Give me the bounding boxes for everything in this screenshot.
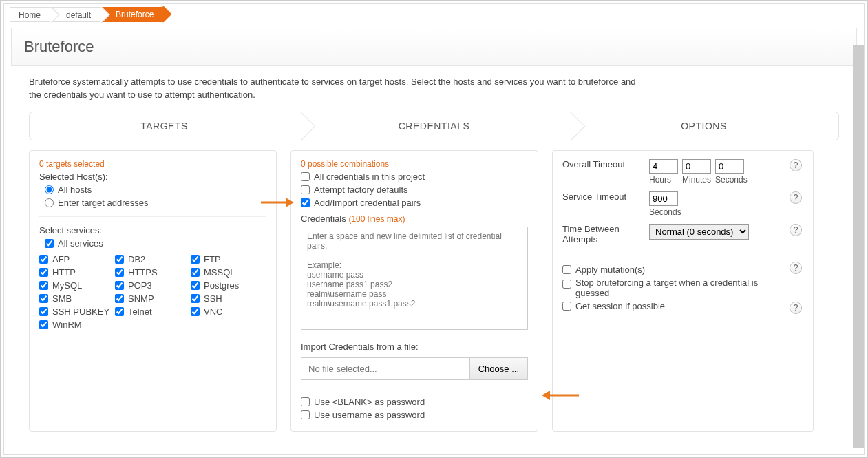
svc-label: FTP — [204, 254, 221, 264]
choose-file-button[interactable]: Choose ... — [469, 357, 528, 380]
overall-minutes-input[interactable] — [682, 159, 711, 174]
cb-service-db2[interactable]: DB2 — [115, 254, 191, 264]
cb-service-postgres-input[interactable] — [191, 281, 200, 290]
cb-service-https[interactable]: HTTPS — [115, 267, 191, 278]
cb-service-vnc-input[interactable] — [191, 307, 200, 316]
cb-service-http-input[interactable] — [39, 268, 48, 277]
services-grid: AFP HTTP MySQL SMB SSH PUBKEY WinRM DB2 … — [39, 251, 266, 333]
credentials-summary: 0 possible combinations — [301, 159, 528, 169]
service-timeout-input[interactable] — [649, 191, 678, 206]
cb-factory-defaults-label: Attempt factory defaults — [314, 185, 408, 195]
cb-service-postgres[interactable]: Postgres — [191, 280, 266, 291]
cb-service-http[interactable]: HTTP — [39, 267, 115, 278]
cb-blank-password-input[interactable] — [301, 397, 310, 406]
cb-all-credentials[interactable]: All credentials in this project — [301, 171, 528, 182]
time-between-attempts-select[interactable]: Normal (0 seconds) — [649, 224, 749, 240]
credentials-label-text: Credentials — [301, 214, 346, 224]
cb-all-credentials-input[interactable] — [301, 172, 310, 181]
tab-options[interactable]: OPTIONS — [569, 112, 838, 140]
service-timeout-label: Service Timeout — [562, 191, 645, 202]
cb-apply-mutations[interactable]: Apply mutation(s) — [562, 264, 785, 275]
help-icon[interactable]: ? — [790, 302, 802, 314]
import-file-field: No file selected... — [301, 357, 469, 380]
help-icon[interactable]: ? — [790, 262, 802, 274]
cb-all-services-label: All services — [58, 238, 103, 249]
cb-add-import-pairs[interactable]: Add/Import credential pairs — [301, 198, 528, 208]
radio-enter-addresses[interactable]: Enter target addresses — [45, 198, 266, 208]
cb-username-as-password[interactable]: Use username as password — [301, 410, 528, 420]
overall-seconds-input[interactable] — [715, 159, 744, 174]
cb-stop-on-guess[interactable]: Stop bruteforcing a target when a creden… — [562, 278, 785, 298]
cb-service-sshpubkey[interactable]: SSH PUBKEY — [39, 306, 115, 317]
cb-stop-on-guess-label: Stop bruteforcing a target when a creden… — [575, 278, 785, 298]
cb-factory-defaults[interactable]: Attempt factory defaults — [301, 185, 528, 195]
cb-service-ssh[interactable]: SSH — [191, 293, 266, 304]
svg-marker-1 — [286, 198, 294, 207]
cb-service-winrm[interactable]: WinRM — [39, 320, 115, 330]
cb-service-ftp-input[interactable] — [191, 255, 200, 264]
cb-service-snmp-input[interactable] — [115, 294, 124, 303]
cb-service-smb-input[interactable] — [39, 294, 48, 303]
credentials-hint: (100 lines max) — [348, 214, 405, 224]
minutes-sublabel: Minutes — [682, 175, 711, 185]
cb-service-telnet-input[interactable] — [115, 307, 124, 316]
cb-service-winrm-input[interactable] — [39, 320, 48, 329]
breadcrumb-home[interactable]: Home — [10, 7, 52, 22]
svc-label: MySQL — [52, 280, 82, 291]
cb-service-mssql-input[interactable] — [191, 268, 200, 277]
cb-service-smb[interactable]: SMB — [39, 293, 115, 304]
cb-service-afp-input[interactable] — [39, 255, 48, 264]
svc-label: POP3 — [128, 280, 152, 291]
help-icon[interactable]: ? — [790, 191, 802, 204]
cb-service-ftp[interactable]: FTP — [191, 254, 266, 264]
cb-service-sshpubkey-input[interactable] — [39, 307, 48, 316]
breadcrumb-current: Bruteforce — [102, 7, 163, 22]
cb-username-as-password-input[interactable] — [301, 410, 310, 419]
cb-all-services[interactable]: All services — [45, 238, 266, 249]
svg-marker-3 — [542, 391, 550, 400]
cb-service-telnet[interactable]: Telnet — [115, 306, 191, 317]
cb-factory-defaults-input[interactable] — [301, 185, 310, 194]
svc-label: HTTPS — [128, 267, 158, 278]
intro-text: Bruteforce systematically attempts to us… — [29, 76, 648, 102]
overall-hours-input[interactable] — [649, 159, 678, 174]
seconds-sublabel: Seconds — [715, 175, 750, 185]
cb-service-vnc[interactable]: VNC — [191, 306, 266, 317]
credentials-textarea[interactable] — [301, 227, 528, 330]
svc-label: SSH — [204, 293, 222, 304]
radio-all-hosts-label: All hosts — [58, 185, 92, 195]
cb-blank-password-label: Use <BLANK> as password — [314, 397, 425, 407]
tab-targets[interactable]: TARGETS — [30, 112, 299, 140]
radio-all-hosts-input[interactable] — [45, 185, 54, 194]
cb-blank-password[interactable]: Use <BLANK> as password — [301, 397, 528, 407]
cb-stop-on-guess-input[interactable] — [562, 280, 571, 289]
cb-get-session-input[interactable] — [562, 302, 571, 311]
cb-service-mssql[interactable]: MSSQL — [191, 267, 266, 278]
radio-all-hosts[interactable]: All hosts — [45, 185, 266, 195]
help-icon[interactable]: ? — [790, 224, 802, 236]
cb-service-pop3-input[interactable] — [115, 281, 124, 290]
panel-targets: 0 targets selected Selected Host(s): All… — [29, 150, 277, 432]
help-icon[interactable]: ? — [790, 159, 802, 171]
page-title: Bruteforce — [24, 38, 844, 56]
cb-service-https-input[interactable] — [115, 268, 124, 277]
cb-service-mysql-input[interactable] — [39, 281, 48, 290]
cb-all-services-input[interactable] — [45, 239, 54, 248]
host-label: Selected Host(s): — [39, 171, 266, 182]
cb-service-afp[interactable]: AFP — [39, 254, 115, 264]
cb-get-session[interactable]: Get session if possible — [562, 301, 785, 311]
window-scrollbar[interactable] — [853, 45, 864, 448]
cb-apply-mutations-input[interactable] — [562, 265, 571, 274]
cb-get-session-label: Get session if possible — [575, 301, 665, 311]
cb-service-pop3[interactable]: POP3 — [115, 280, 191, 291]
tab-credentials[interactable]: CREDENTIALS — [299, 112, 569, 140]
divider — [39, 216, 266, 217]
svc-label: SNMP — [128, 293, 154, 304]
cb-service-mysql[interactable]: MySQL — [39, 280, 115, 291]
cb-add-import-pairs-input[interactable] — [301, 198, 310, 207]
cb-service-db2-input[interactable] — [115, 255, 124, 264]
cb-service-ssh-input[interactable] — [191, 294, 200, 303]
cb-service-snmp[interactable]: SNMP — [115, 293, 191, 304]
service-timeout-unit: Seconds — [649, 207, 785, 217]
radio-enter-addresses-input[interactable] — [45, 198, 54, 207]
